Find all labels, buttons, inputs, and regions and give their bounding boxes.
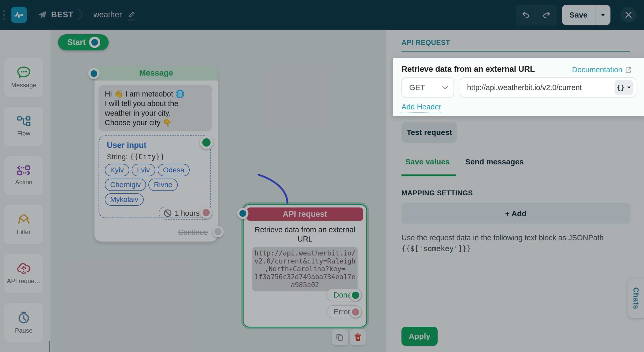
- close-icon: [625, 11, 632, 19]
- app-logo[interactable]: [11, 7, 27, 23]
- palette-item-pause[interactable]: Pause: [4, 303, 43, 342]
- flowchart-icon: [17, 116, 31, 127]
- palette-item-message[interactable]: Message: [4, 58, 43, 97]
- api-node-subtitle: Retrieve data from an external URL: [254, 225, 356, 244]
- chats-tab-label: Chats: [632, 287, 640, 309]
- save-button[interactable]: Save: [562, 11, 595, 19]
- message-line: I will tell you about the: [105, 99, 212, 108]
- url-input-wrap: {}: [460, 77, 636, 98]
- start-output-port[interactable]: [89, 37, 100, 48]
- edit-title-icon[interactable]: [128, 11, 135, 20]
- mapping-settings-heading: MAPPING SETTINGS: [401, 189, 473, 197]
- curly-braces-icon: {}: [617, 84, 625, 91]
- error-output-port[interactable]: [350, 306, 361, 318]
- delete-node-button[interactable]: [350, 329, 366, 345]
- palette-item-label: Action: [15, 179, 33, 186]
- test-request-button[interactable]: Test request: [401, 122, 457, 143]
- request-url-input[interactable]: [460, 83, 615, 92]
- flow-title: weather: [93, 10, 122, 19]
- quick-reply-chernigiv[interactable]: Chernigiv: [105, 179, 146, 191]
- palette-item-action[interactable]: Action: [4, 156, 43, 195]
- api-node-title: API request: [283, 210, 327, 219]
- palette-item-label: Flow: [17, 130, 30, 137]
- telegram-icon: [38, 10, 47, 20]
- quick-reply-kyiv[interactable]: Kyiv: [105, 164, 129, 176]
- breadcrumb-workspace[interactable]: BEST: [51, 10, 74, 19]
- chats-side-tab[interactable]: Chats: [627, 279, 644, 318]
- redo-icon: [542, 11, 551, 19]
- timeout-label: 1 hours: [175, 209, 200, 218]
- flow-builder-app: Start Message Hi 👋 I am meteobot 🌐 I wil…: [0, 0, 644, 352]
- redo-button[interactable]: [536, 11, 557, 19]
- jsonpath-example: {{$['somekey']}}: [401, 244, 471, 253]
- api-request-node[interactable]: API request Retrieve data from an extern…: [243, 204, 367, 327]
- section-title: Retrieve data from an external URL: [401, 65, 535, 74]
- continue-label: Continue: [94, 228, 208, 237]
- user-input-variable-row: String: {{City}}: [107, 153, 165, 161]
- stopwatch-icon: [17, 311, 30, 324]
- api-request-spotlight-section: Retrieve data from an external URL Docum…: [393, 58, 644, 116]
- error-label: Error: [334, 308, 350, 316]
- user-input-block[interactable]: User input String: {{City}} Kyiv Lviv Od…: [99, 135, 211, 218]
- quick-reply-lviv[interactable]: Lviv: [132, 164, 155, 176]
- no-entry-icon: [163, 209, 172, 218]
- timeout-output-port[interactable]: [200, 207, 212, 219]
- top-bar: BEST weather: [0, 0, 644, 30]
- panel-heading: API REQUEST: [401, 39, 450, 47]
- chevron-down-icon: [600, 13, 606, 17]
- api-input-port[interactable]: [237, 208, 248, 219]
- continue-output-port[interactable]: [212, 226, 224, 237]
- message-text-bubble[interactable]: Hi 👋 I am meteobot 🌐 I will tell you abo…: [99, 85, 212, 131]
- palette-item-label: Message: [11, 82, 36, 89]
- save-options-button[interactable]: [595, 13, 610, 17]
- http-method-select[interactable]: GET: [401, 77, 454, 98]
- user-input-output-port[interactable]: [200, 136, 213, 149]
- close-builder-button[interactable]: [621, 7, 636, 22]
- done-label: Done: [334, 291, 351, 299]
- kebab-menu-icon[interactable]: [3, 10, 5, 20]
- message-line: Choose your city 👇: [105, 118, 212, 127]
- jsonpath-hint-text: Use the request data in the following te…: [401, 234, 634, 242]
- history-buttons: [516, 5, 557, 25]
- documentation-link[interactable]: Documentation: [572, 66, 632, 74]
- add-mapping-button[interactable]: + Add: [401, 203, 630, 224]
- quick-reply-mykolaiv[interactable]: Mykolaiv: [105, 193, 144, 206]
- palette-item-filter[interactable]: Filter: [4, 205, 43, 244]
- duplicate-node-button[interactable]: [332, 329, 348, 345]
- trash-icon: [353, 333, 362, 342]
- message-input-port[interactable]: [88, 68, 100, 79]
- quick-reply-rivne[interactable]: Rivne: [148, 179, 178, 191]
- active-tab-indicator: [401, 174, 456, 176]
- quick-reply-buttons: Kyiv Lviv Odesa Chernigiv Rivne Mykolaiv: [105, 164, 191, 206]
- message-line: Hi 👋 I am meteobot 🌐: [105, 89, 212, 99]
- variable-type-label: String:: [107, 153, 128, 161]
- message-node[interactable]: Message Hi 👋 I am meteobot 🌐 I will tell…: [94, 66, 218, 242]
- pulse-logo-icon: [13, 9, 25, 21]
- message-node-title: Message: [139, 68, 173, 78]
- insert-variable-button[interactable]: {}: [615, 80, 633, 95]
- start-node-label: Start: [67, 38, 86, 47]
- palette-item-flow[interactable]: Flow: [4, 107, 43, 146]
- filter-diamond-icon: [17, 213, 31, 225]
- tab-send-messages[interactable]: Send messages: [465, 157, 524, 166]
- palette-item-label: Filter: [17, 228, 30, 236]
- tab-save-values[interactable]: Save values: [405, 157, 450, 166]
- chevron-down-icon: [627, 86, 631, 89]
- http-method-value: GET: [409, 83, 425, 92]
- palette-item-api-request[interactable]: API reque…: [4, 254, 43, 293]
- add-header-link[interactable]: Add Header: [401, 103, 441, 113]
- apply-button[interactable]: Apply: [401, 327, 438, 346]
- code-action-icon: [17, 165, 31, 175]
- variable-token: {{City}}: [130, 153, 165, 161]
- api-node-header: API request: [247, 207, 363, 221]
- palette-item-label: API reque…: [7, 277, 41, 285]
- sidebar-scrollbar[interactable]: [49, 341, 50, 352]
- undo-button[interactable]: [516, 11, 536, 19]
- quick-reply-odesa[interactable]: Odesa: [158, 164, 190, 176]
- panel-heading-rule: [401, 51, 630, 52]
- node-palette-sidebar: Message Flow Action: [0, 30, 51, 352]
- api-cloud-icon: [17, 262, 31, 274]
- start-node[interactable]: Start: [58, 34, 109, 50]
- external-link-icon: [625, 66, 632, 74]
- done-output-port[interactable]: [350, 290, 361, 301]
